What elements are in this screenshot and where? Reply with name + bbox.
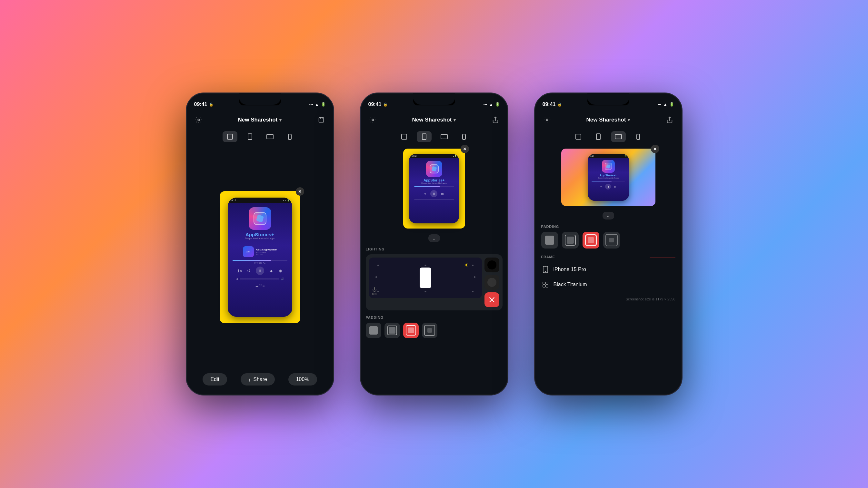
format-row-1 — [186, 129, 334, 145]
svg-rect-1 — [319, 118, 323, 123]
canvas-area-1: ✕ 10:12 ▪▪ ▲ 🔋 — [186, 145, 334, 369]
zoom-button-1[interactable]: 100% — [288, 373, 317, 386]
progress-bar-1 — [232, 260, 287, 261]
format-phone-btn-1[interactable] — [283, 131, 298, 142]
portrait-icon-3 — [596, 133, 600, 140]
share-button-1[interactable]: ↑ Share — [241, 373, 275, 386]
signal-icon-3: ▪▪▪ — [658, 102, 661, 106]
format-square-btn-2[interactable] — [397, 131, 411, 142]
bottom-toolbar-1: Edit ↑ Share 100% — [186, 369, 334, 395]
nav-bar-3: New Shareshot ▾ — [535, 110, 682, 129]
format-square-btn-3[interactable] — [571, 131, 586, 142]
silent-switch-3 — [534, 132, 535, 143]
format-landscape-btn-3[interactable] — [611, 131, 626, 142]
close-yellow-btn-1[interactable]: ✕ — [296, 187, 304, 196]
share-nav-icon-1[interactable] — [315, 114, 327, 126]
padding-panel-container-3: PADDING — [535, 222, 682, 251]
pad-medium-2[interactable] — [403, 323, 419, 338]
close-gradient-btn-3[interactable]: ✕ — [651, 145, 659, 153]
format-landscape-btn-2[interactable] — [437, 131, 452, 142]
pad-none-2[interactable] — [366, 323, 381, 338]
edit-button-1[interactable]: Edit — [203, 373, 227, 386]
signal-icon-2: ▪▪▪ — [484, 102, 487, 106]
pad-large-3[interactable] — [603, 232, 620, 249]
svg-rect-3 — [374, 287, 375, 290]
dynamic-island-2 — [413, 96, 455, 105]
phone-1: 09:41 🔒 ▪▪▪ ▲ 🔋 New Shareshot ▾ — [186, 93, 334, 395]
expand-chevron-2[interactable]: ⌄ — [361, 232, 508, 245]
lighting-sidebar — [485, 258, 499, 307]
svg-rect-12 — [543, 285, 545, 287]
frame-device-row[interactable]: iPhone 15 Pro — [541, 262, 676, 277]
silent-switch-1 — [186, 132, 186, 143]
status-time-2: 09:41 🔒 — [368, 101, 388, 107]
pad-large-2[interactable] — [422, 323, 437, 338]
settings-icon-3[interactable] — [541, 114, 553, 126]
player-controls-3: ↺ ⏸ ⏭ — [600, 184, 616, 190]
status-lock-icon-3: 🔒 — [557, 102, 562, 107]
svg-rect-10 — [543, 282, 545, 284]
inner-phone-mockup-1: 10:12 ▪▪ ▲ 🔋 AppStories+ Deeper into the… — [228, 198, 292, 317]
square-icon-3 — [576, 134, 581, 139]
portrait-icon-2 — [422, 133, 427, 140]
status-time-3: 09:41 🔒 — [542, 101, 562, 107]
appstories-logo-2 — [426, 161, 442, 177]
color-frame-icon — [541, 281, 550, 289]
share-nav-icon-2[interactable] — [490, 114, 501, 126]
appstories-logo-3 — [602, 160, 615, 173]
lighting-grid[interactable]: ☀ ON — [369, 258, 482, 298]
svg-rect-13 — [546, 285, 548, 287]
close-yellow-btn-2[interactable]: ✕ — [461, 145, 469, 153]
format-phone-btn-3[interactable] — [631, 131, 646, 142]
power-btn-2 — [508, 158, 508, 184]
settings-icon-1[interactable] — [193, 114, 205, 126]
format-row-2 — [361, 129, 508, 145]
phone-2: 09:41 🔒 ▪▪▪ ▲ 🔋 New Shareshot ▾ — [360, 93, 508, 395]
padding-label-2: PADDING — [366, 316, 502, 319]
padding-label-3: PADDING — [541, 225, 676, 229]
frame-color-row[interactable]: Black Titanium — [541, 277, 676, 292]
pad-small-2[interactable] — [384, 323, 400, 338]
status-lock-icon-1: 🔒 — [209, 102, 214, 107]
nav-chevron-2[interactable]: ▾ — [454, 118, 456, 123]
nav-bar-1: New Shareshot ▾ — [186, 110, 334, 129]
landscape-icon-1 — [267, 134, 274, 139]
pad-small-3[interactable] — [562, 232, 579, 249]
app-stories-content-3: 10:12 ▪▲🔋 AppStories+ Deeper into the wo… — [588, 154, 629, 201]
format-portrait-btn-3[interactable] — [591, 131, 606, 142]
player-controls-1: 1× ↺ ⏸ ⏭ ⊕ — [238, 266, 283, 275]
lighting-option-mid[interactable] — [485, 275, 499, 290]
wifi-icon-1: ▲ — [315, 102, 319, 107]
lighting-option-red[interactable] — [485, 292, 499, 307]
pad-none-3[interactable] — [541, 232, 558, 249]
app-stories-content-2: 10:12 ▪▪ ▲ 🔋 AppStories+ Deeper into the… — [409, 154, 459, 223]
pad-medium-3[interactable] — [583, 232, 599, 249]
lighting-option-dark[interactable] — [485, 258, 499, 272]
status-icons-1: ▪▪▪ ▲ 🔋 — [309, 102, 326, 107]
format-square-btn-1[interactable] — [223, 131, 238, 142]
format-portrait-btn-2[interactable] — [417, 131, 432, 142]
format-portrait-btn-1[interactable] — [243, 131, 257, 142]
battery-icon-2: 🔋 — [495, 102, 500, 107]
phone-3: 09:41 🔒 ▪▪▪ ▲ 🔋 New Shareshot ▾ — [534, 93, 683, 395]
frame-label-3: FRAME — [541, 255, 676, 259]
status-icons-3: ▪▪▪ ▲ 🔋 — [658, 102, 674, 107]
inner-status-1: 10:12 ▪▪ ▲ 🔋 — [228, 198, 292, 203]
nav-title-1: New Shareshot ▾ — [238, 117, 282, 123]
format-phone-btn-2[interactable] — [457, 131, 472, 142]
appstories-sub-2: Deeper into the world of apps — [421, 182, 446, 184]
nav-chevron-3[interactable]: ▾ — [628, 118, 630, 123]
status-time-1: 09:41 🔒 — [194, 101, 214, 107]
status-bar-3: 09:41 🔒 ▪▪▪ ▲ 🔋 — [535, 93, 682, 110]
share-nav-icon-3[interactable] — [664, 114, 676, 126]
format-landscape-btn-1[interactable] — [262, 131, 277, 142]
nav-chevron-1[interactable]: ▾ — [279, 118, 282, 123]
phone-frame-icon — [541, 265, 550, 274]
scrubber-1: ◀ 🔊 — [232, 278, 287, 281]
svg-point-0 — [198, 119, 200, 121]
lighting-panel: ☀ ON — [366, 254, 502, 311]
padding-options-3 — [541, 232, 676, 249]
inner-phone-mockup-3: 10:12 ▪▲🔋 AppStories+ Deeper into the wo… — [588, 154, 629, 201]
settings-icon-2[interactable] — [367, 114, 379, 126]
expand-chevron-3[interactable]: ⌄ — [535, 209, 682, 222]
